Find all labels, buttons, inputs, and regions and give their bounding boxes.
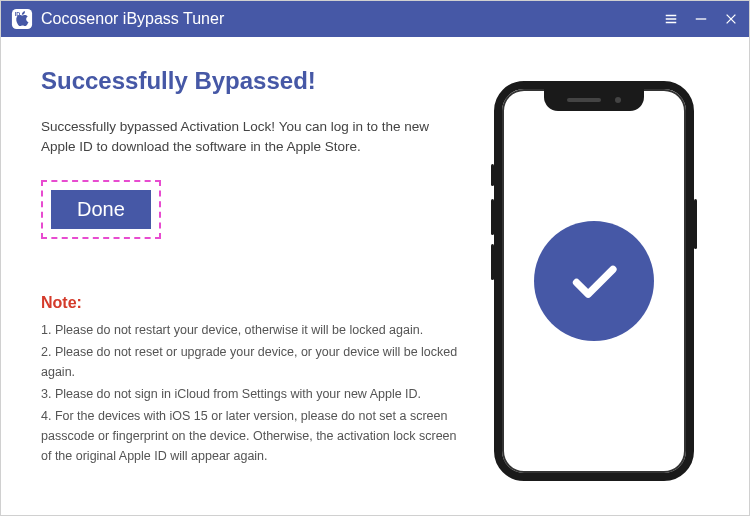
note-list: 1. Please do not restart your device, ot… bbox=[41, 320, 459, 466]
titlebar-controls bbox=[663, 11, 739, 27]
success-description: Successfully bypassed Activation Lock! Y… bbox=[41, 117, 441, 158]
note-item: 4. For the devices with iOS 15 or later … bbox=[41, 406, 459, 466]
note-section: Note: 1. Please do not restart your devi… bbox=[41, 294, 459, 466]
note-item: 2. Please do not reset or upgrade your d… bbox=[41, 342, 459, 382]
app-title: Cocosenor iBypass Tuner bbox=[41, 10, 663, 28]
page-heading: Successfully Bypassed! bbox=[41, 67, 459, 95]
svg-text:ID: ID bbox=[15, 11, 21, 17]
close-icon[interactable] bbox=[723, 11, 739, 27]
right-panel bbox=[479, 67, 709, 495]
titlebar: ID Cocosenor iBypass Tuner bbox=[1, 1, 749, 37]
phone-notch bbox=[544, 89, 644, 111]
left-panel: Successfully Bypassed! Successfully bypa… bbox=[41, 67, 479, 495]
phone-mockup bbox=[494, 81, 694, 481]
phone-side-button bbox=[491, 164, 494, 186]
phone-side-button bbox=[491, 244, 494, 280]
success-checkmark-icon bbox=[534, 221, 654, 341]
minimize-icon[interactable] bbox=[693, 11, 709, 27]
content-area: Successfully Bypassed! Successfully bypa… bbox=[1, 37, 749, 515]
phone-side-button bbox=[491, 199, 494, 235]
note-title: Note: bbox=[41, 294, 459, 312]
done-button[interactable]: Done bbox=[51, 190, 151, 229]
menu-icon[interactable] bbox=[663, 11, 679, 27]
note-item: 3. Please do not sign in iCloud from Set… bbox=[41, 384, 459, 404]
app-logo-icon: ID bbox=[11, 8, 33, 30]
phone-camera bbox=[615, 97, 621, 103]
phone-side-button bbox=[694, 199, 697, 249]
done-button-highlight: Done bbox=[41, 180, 161, 239]
app-window: ID Cocosenor iBypass Tuner Successfully … bbox=[0, 0, 750, 516]
note-item: 1. Please do not restart your device, ot… bbox=[41, 320, 459, 340]
phone-speaker bbox=[567, 98, 601, 102]
